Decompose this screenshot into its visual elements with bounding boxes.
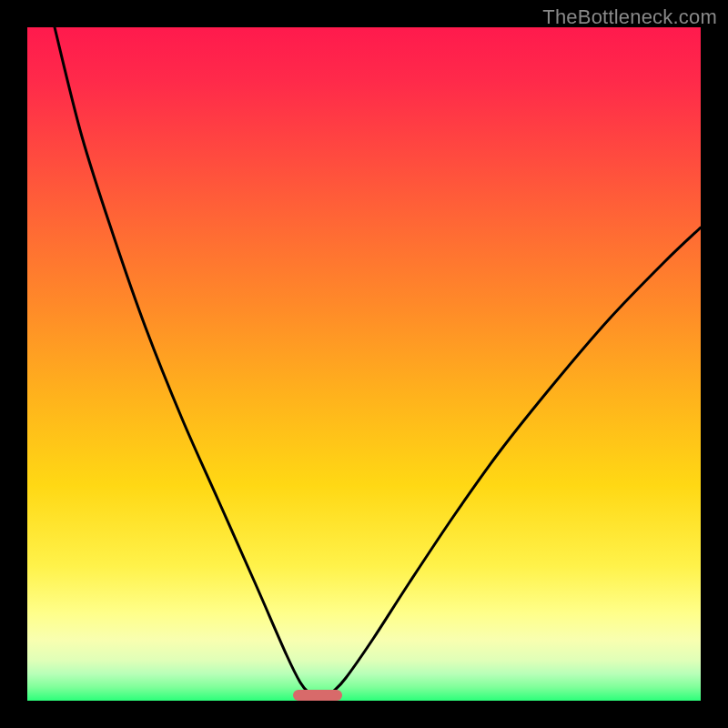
bottleneck-marker <box>293 690 342 701</box>
watermark-text: TheBottleneck.com <box>542 5 717 29</box>
bottleneck-curve <box>55 27 701 699</box>
plot-area <box>27 27 701 701</box>
curve-svg <box>27 27 701 701</box>
